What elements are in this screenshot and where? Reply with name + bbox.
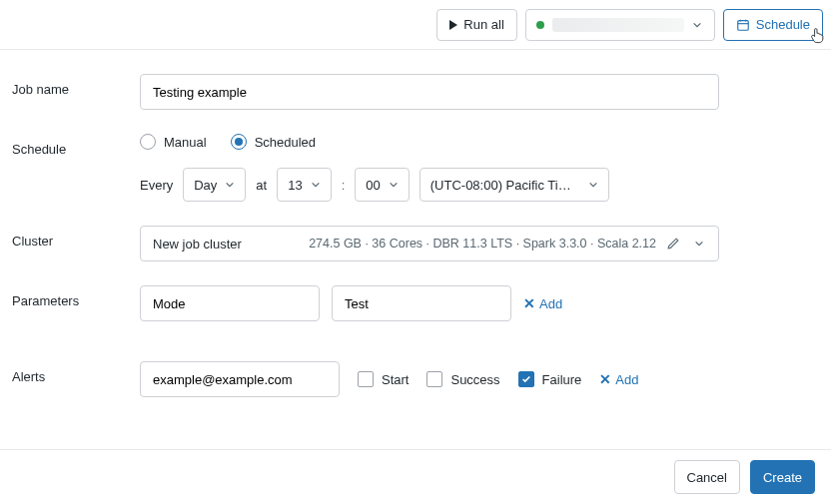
chevron-down-icon <box>694 239 704 249</box>
parameter-row: ✕ Add <box>140 285 815 321</box>
cluster-section-label: Cluster <box>12 226 140 249</box>
parameters-section-label: Parameters <box>12 285 140 308</box>
cluster-name: New job cluster <box>153 237 242 252</box>
chevron-down-icon <box>692 20 702 30</box>
interval-unit-select[interactable]: Day <box>183 168 246 202</box>
alert-success-checkbox[interactable]: Success <box>426 371 499 387</box>
alert-success-label: Success <box>450 372 499 387</box>
chevron-down-icon <box>588 180 598 190</box>
plus-icon: ✕ <box>523 296 535 310</box>
chevron-down-icon <box>225 180 235 190</box>
alert-start-label: Start <box>382 372 409 387</box>
radio-dot-icon <box>140 134 156 150</box>
schedule-button-label: Schedule <box>756 17 810 32</box>
timezone-value: (UTC-08:00) Pacific Ti… <box>430 178 571 193</box>
every-label: Every <box>140 178 173 193</box>
check-icon <box>521 374 531 384</box>
job-name-label: Job name <box>12 74 140 97</box>
schedule-rule-line: Every Day at 13 : 00 (UTC-08:00) Pacific… <box>140 168 815 202</box>
form-content: Job name Schedule Manual Scheduled Every <box>0 50 831 449</box>
compute-name-redacted <box>552 18 684 32</box>
alerts-line: Start Success Failure ✕ Add <box>140 361 815 397</box>
chevron-down-icon <box>311 180 321 190</box>
edit-cluster-button[interactable] <box>664 235 682 252</box>
create-label: Create <box>763 470 802 485</box>
time-colon: : <box>342 178 346 193</box>
svg-rect-0 <box>738 20 749 30</box>
interval-unit-value: Day <box>194 178 217 193</box>
cluster-specs: 274.5 GB · 36 Cores · DBR 11.3 LTS · Spa… <box>309 237 656 251</box>
radio-manual[interactable]: Manual <box>140 134 207 150</box>
cluster-selector[interactable]: New job cluster 274.5 GB · 36 Cores · DB… <box>140 226 719 261</box>
hour-select[interactable]: 13 <box>277 168 331 202</box>
alert-email-input[interactable] <box>140 361 340 397</box>
status-dot-icon <box>536 21 544 29</box>
radio-dot-icon <box>231 134 247 150</box>
play-icon <box>449 20 457 30</box>
alert-failure-label: Failure <box>542 372 582 387</box>
schedule-section-label: Schedule <box>12 134 140 157</box>
alert-failure-checkbox[interactable]: Failure <box>518 371 582 387</box>
cancel-button[interactable]: Cancel <box>674 460 740 494</box>
timezone-select[interactable]: (UTC-08:00) Pacific Ti… <box>419 168 609 202</box>
dialog-footer: Cancel Create <box>0 449 831 504</box>
add-parameter-button[interactable]: ✕ Add <box>523 296 562 311</box>
minute-value: 00 <box>366 178 380 193</box>
top-toolbar: Run all Schedule <box>0 0 831 50</box>
cancel-label: Cancel <box>687 470 727 485</box>
minute-select[interactable]: 00 <box>355 168 409 202</box>
add-alert-button[interactable]: ✕ Add <box>599 372 638 387</box>
compute-selector[interactable] <box>525 9 715 41</box>
at-label: at <box>256 178 267 193</box>
run-all-label: Run all <box>463 17 503 32</box>
checkbox-box-icon <box>358 371 374 387</box>
chevron-down-icon <box>389 180 399 190</box>
checkbox-box-icon <box>518 371 534 387</box>
plus-icon: ✕ <box>599 372 611 386</box>
alerts-section-label: Alerts <box>12 361 140 384</box>
job-name-input[interactable] <box>140 74 719 110</box>
schedule-button[interactable]: Schedule <box>723 9 823 41</box>
param-value-input[interactable] <box>332 285 511 321</box>
run-all-button[interactable]: Run all <box>436 9 516 41</box>
param-key-input[interactable] <box>140 285 320 321</box>
radio-scheduled[interactable]: Scheduled <box>231 134 316 150</box>
cluster-expand-button[interactable] <box>690 235 708 252</box>
schedule-mode-radiogroup: Manual Scheduled <box>140 134 815 150</box>
create-button[interactable]: Create <box>750 460 815 494</box>
pencil-icon <box>666 237 680 251</box>
add-alert-label: Add <box>615 372 638 387</box>
add-parameter-label: Add <box>539 296 562 311</box>
radio-scheduled-label: Scheduled <box>255 135 316 150</box>
hour-value: 13 <box>288 178 302 193</box>
alert-start-checkbox[interactable]: Start <box>358 371 409 387</box>
calendar-icon <box>736 18 750 32</box>
radio-manual-label: Manual <box>164 135 207 150</box>
checkbox-box-icon <box>426 371 442 387</box>
